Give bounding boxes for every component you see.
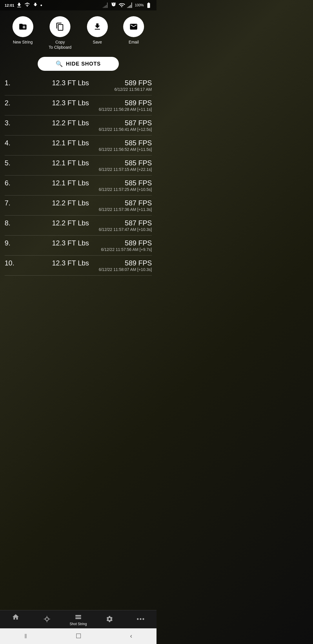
copy-circle	[50, 16, 70, 37]
action-bar: New String CopyTo Clipboard Save	[0, 10, 156, 55]
shot-number: 1.	[5, 79, 16, 87]
shot-row[interactable]: 5.12.1 FT Lbs585 FPS6/12/22 11:57:15 AM …	[5, 155, 152, 176]
shot-energy: 12.3 FT Lbs	[16, 79, 125, 87]
shot-fps: 587 FPS	[125, 199, 152, 207]
email-label: Email	[129, 39, 139, 45]
shot-list: 1.12.3 FT Lbs589 FPS6/12/22 11:56:17 AM2…	[0, 75, 156, 276]
copy-clipboard-label: CopyTo Clipboard	[49, 39, 72, 50]
shot-fps: 589 FPS	[125, 259, 152, 267]
shot-number: 3.	[5, 119, 16, 127]
save-button[interactable]: Save	[87, 16, 108, 45]
hide-shots-container: 🔍 HIDE SHOTS	[0, 55, 156, 75]
copy-icon	[56, 22, 64, 31]
shot-number: 5.	[5, 159, 16, 167]
status-right: 100%	[102, 2, 152, 8]
new-string-label: New String	[13, 39, 32, 45]
shot-energy: 12.2 FT Lbs	[16, 119, 125, 127]
shot-fps: 585 FPS	[125, 159, 152, 167]
battery-percent: 100%	[135, 3, 144, 7]
shot-timestamp: 6/12/22 11:57:36 AM [+11.3s]	[5, 207, 152, 214]
shot-energy: 12.2 FT Lbs	[16, 199, 125, 207]
shot-row[interactable]: 3.12.2 FT Lbs587 FPS6/12/22 11:56:41 AM …	[5, 115, 152, 135]
shot-row[interactable]: 4.12.1 FT Lbs585 FPS6/12/22 11:56:52 AM …	[5, 135, 152, 155]
copy-clipboard-button[interactable]: CopyTo Clipboard	[49, 16, 72, 50]
search-icon: 🔍	[56, 60, 63, 67]
signal-icon	[102, 2, 109, 8]
shot-timestamp: 6/12/22 11:56:52 AM [+11.5s]	[5, 147, 152, 153]
shot-number: 6.	[5, 179, 16, 187]
dot-indicator: •	[40, 2, 42, 8]
new-string-button[interactable]: New String	[12, 16, 33, 45]
shot-energy: 12.2 FT Lbs	[16, 219, 125, 227]
wifi-icon	[119, 2, 125, 8]
shot-fps: 587 FPS	[125, 219, 152, 227]
shot-energy: 12.3 FT Lbs	[16, 99, 125, 107]
shot-timestamp: 6/12/22 11:56:17 AM	[5, 87, 152, 93]
shot-number: 7.	[5, 199, 16, 207]
save-label: Save	[93, 39, 102, 45]
shot-number: 9.	[5, 239, 16, 247]
status-bar: 12:01 • 100%	[0, 0, 156, 10]
shot-number: 8.	[5, 219, 16, 227]
shot-timestamp: 6/12/22 11:57:15 AM [+22.1s]	[5, 167, 152, 173]
hide-shots-label: HIDE SHOTS	[66, 61, 101, 67]
shot-row[interactable]: 8.12.2 FT Lbs587 FPS6/12/22 11:57:47 AM …	[5, 216, 152, 236]
shot-fps: 589 FPS	[125, 99, 152, 107]
shot-energy: 12.1 FT Lbs	[16, 179, 125, 187]
hide-shots-button[interactable]: 🔍 HIDE SHOTS	[38, 57, 119, 71]
shot-row[interactable]: 7.12.2 FT Lbs587 FPS6/12/22 11:57:36 AM …	[5, 196, 152, 216]
cell-signal-icon	[127, 2, 133, 8]
time: 12:01	[5, 3, 14, 8]
shot-timestamp: 6/12/22 11:57:47 AM [+10.3s]	[5, 227, 152, 234]
shot-row[interactable]: 1.12.3 FT Lbs589 FPS6/12/22 11:56:17 AM	[5, 75, 152, 95]
new-string-circle	[12, 16, 33, 37]
shot-fps: 589 FPS	[125, 239, 152, 247]
shot-fps: 585 FPS	[125, 179, 152, 187]
shot-energy: 12.1 FT Lbs	[16, 139, 125, 147]
shot-timestamp: 6/12/22 11:57:25 AM [+10.5s]	[5, 187, 152, 193]
email-icon	[129, 22, 138, 31]
status-left: 12:01 •	[5, 2, 42, 8]
shot-timestamp: 6/12/22 11:58:07 AM [+10.3s]	[5, 267, 152, 274]
shot-row[interactable]: 9.12.3 FT Lbs589 FPS6/12/22 11:57:56 AM …	[5, 236, 152, 256]
shot-number: 2.	[5, 99, 16, 107]
shot-fps: 589 FPS	[125, 79, 152, 87]
shot-row[interactable]: 10.12.3 FT Lbs589 FPS6/12/22 11:58:07 AM…	[5, 256, 152, 276]
shot-timestamp: 6/12/22 11:56:28 AM [+11.1s]	[5, 107, 152, 113]
folder-plus-icon	[19, 22, 27, 31]
download2-icon	[32, 2, 39, 8]
battery-icon	[145, 2, 152, 8]
alarm-icon	[110, 2, 117, 8]
shot-fps: 587 FPS	[125, 119, 152, 127]
email-button[interactable]: Email	[123, 16, 144, 45]
shot-energy: 12.3 FT Lbs	[16, 239, 125, 247]
shot-energy: 12.3 FT Lbs	[16, 259, 125, 267]
save-circle	[87, 16, 108, 37]
shot-fps: 585 FPS	[125, 139, 152, 147]
save-download-icon	[93, 22, 102, 31]
shot-energy: 12.1 FT Lbs	[16, 159, 125, 167]
airplay-icon	[24, 2, 30, 8]
shot-timestamp: 6/12/22 11:57:56 AM [+9.7s]	[5, 247, 152, 254]
shot-number: 10.	[5, 259, 16, 267]
email-circle	[123, 16, 144, 37]
shot-row[interactable]: 2.12.3 FT Lbs589 FPS6/12/22 11:56:28 AM …	[5, 95, 152, 115]
download-status-icon	[16, 2, 22, 8]
shot-row[interactable]: 6.12.1 FT Lbs585 FPS6/12/22 11:57:25 AM …	[5, 176, 152, 196]
shot-timestamp: 6/12/22 11:56:41 AM [+12.5s]	[5, 127, 152, 133]
shot-number: 4.	[5, 139, 16, 147]
